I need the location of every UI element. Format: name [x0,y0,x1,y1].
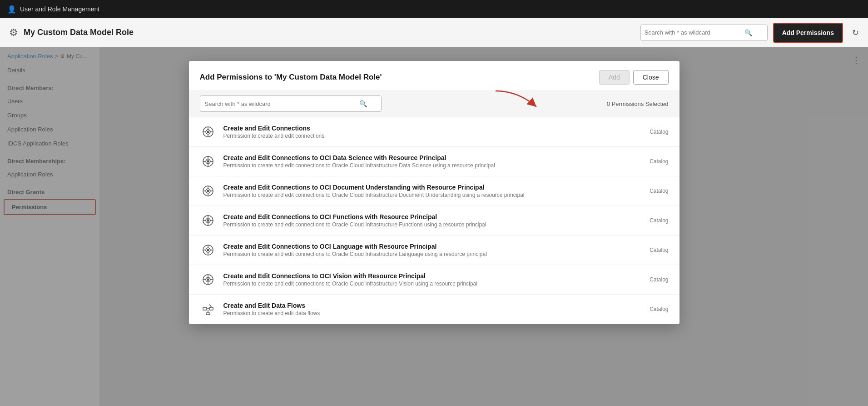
permission-name: Create and Edit Connections to OCI Data … [223,154,630,161]
refresh-icon[interactable]: ↻ [852,28,859,38]
permission-name: Create and Edit Connections to OCI Docum… [223,184,630,191]
modal-search-box[interactable]: 🔍 [200,95,382,112]
permission-name: Create and Edit Data Flows [223,302,630,309]
svg-point-35 [207,249,209,251]
modal-header-buttons: Add Close [599,70,669,85]
permission-description: Permission to create and edit connection… [223,192,630,198]
permission-tag: Catalog [637,276,669,283]
modal-overlay: Add Permissions to 'My Custom Data Model… [0,47,868,406]
svg-point-14 [207,160,209,162]
permission-list-item[interactable]: Create and Edit Connections Permission t… [189,117,680,147]
main-layout: Application Roles > ⚙ My Cu... Details D… [0,47,868,406]
permission-tag: Catalog [637,188,669,194]
page-title: My Custom Data Model Role [24,28,635,37]
header-gear-icon: ⚙ [9,27,18,39]
permission-icon [200,153,216,170]
modal-search-row: 🔍 0 Permissions Selected [189,90,680,117]
top-bar-title: User and Role Management [20,5,99,13]
permission-description: Permission to create and edit connection… [223,162,630,169]
permissions-list: Create and Edit Connections Permission t… [189,117,680,324]
permission-tag: Catalog [637,306,669,312]
add-permissions-button[interactable]: Add Permissions [773,23,843,43]
permission-icon [200,124,216,140]
top-bar: 👤 User and Role Management [0,0,868,18]
permission-description: Permission to create and edit connection… [223,281,630,287]
modal-add-button[interactable]: Add [599,70,630,85]
svg-point-21 [207,190,209,192]
add-permissions-modal: Add Permissions to 'My Custom Data Model… [189,61,680,324]
svg-point-28 [207,220,209,221]
modal-search-input[interactable] [205,100,359,107]
permission-list-item[interactable]: Create and Edit Connections to OCI Visio… [189,265,680,295]
permission-list-item[interactable]: Create and Edit Connections to OCI Docum… [189,176,680,206]
header-search-input[interactable] [645,29,744,36]
permission-icon [200,183,216,199]
permission-name: Create and Edit Connections to OCI Langu… [223,243,630,250]
permission-description: Permission to create and edit connection… [223,221,630,228]
permission-list-item[interactable]: Create and Edit Connections to OCI Data … [189,147,680,176]
modal-search-icon: 🔍 [359,100,367,107]
permission-name: Create and Edit Connections to OCI Visio… [223,272,630,280]
permission-tag: Catalog [637,129,669,135]
permission-name: Create and Edit Connections [223,125,630,132]
permission-icon [200,301,216,317]
modal-header: Add Permissions to 'My Custom Data Model… [189,61,680,90]
svg-rect-43 [203,307,207,310]
permission-icon [200,212,216,229]
svg-point-7 [207,131,209,133]
modal-close-button[interactable]: Close [633,70,669,85]
permission-description: Permission to create and edit connection… [223,251,630,257]
permission-tag: Catalog [637,217,669,224]
permission-description: Permission to create and edit connection… [223,133,630,139]
permission-tag: Catalog [637,158,669,165]
svg-rect-47 [206,313,210,315]
permission-list-item[interactable]: Create and Edit Connections to OCI Funct… [189,206,680,236]
permission-tag: Catalog [637,247,669,253]
user-icon: 👤 [7,5,16,14]
permission-list-item[interactable]: Create and Edit Connections to OCI Langu… [189,236,680,265]
permission-icon [200,271,216,288]
header-search-box[interactable]: 🔍 [640,25,768,41]
svg-point-42 [207,279,209,281]
permission-name: Create and Edit Connections to OCI Funct… [223,213,630,221]
permissions-selected-count: 0 Permissions Selected [607,100,669,107]
header-search-icon: 🔍 [744,29,752,36]
permission-list-item[interactable]: Create and Edit Data Flows Permission to… [189,295,680,324]
modal-title: Add Permissions to 'My Custom Data Model… [200,73,382,82]
header-row: ⚙ My Custom Data Model Role 🔍 Add Permis… [0,18,868,47]
permission-icon [200,242,216,258]
permission-description: Permission to create and edit data flows [223,310,630,316]
